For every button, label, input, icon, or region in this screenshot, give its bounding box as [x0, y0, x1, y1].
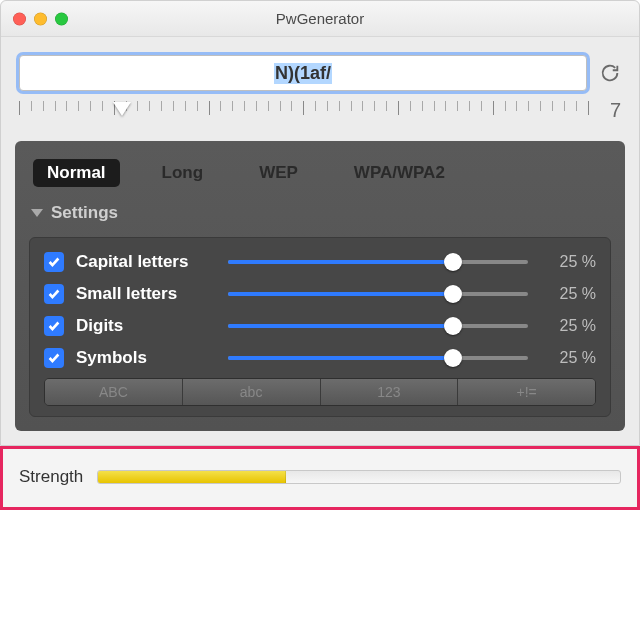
option-label: Symbols — [76, 348, 216, 368]
slider-small-letters[interactable] — [228, 284, 528, 304]
settings-label: Settings — [51, 203, 118, 223]
percent-value: 25 % — [540, 285, 596, 303]
length-value: 7 — [603, 99, 621, 122]
close-icon[interactable] — [13, 12, 26, 25]
slider-thumb[interactable] — [444, 285, 462, 303]
strength-fill — [98, 471, 286, 483]
checkbox-digits[interactable] — [44, 316, 64, 336]
option-capital-letters: Capital letters 25 % — [44, 252, 596, 272]
slider-digits[interactable] — [228, 316, 528, 336]
option-label: Capital letters — [76, 252, 216, 272]
mode-tabs: Normal Long WEP WPA/WPA2 — [33, 159, 607, 187]
minimize-icon[interactable] — [34, 12, 47, 25]
password-row: N)(1af/ — [1, 37, 639, 97]
slider-thumb[interactable] — [444, 317, 462, 335]
check-icon — [47, 319, 61, 333]
segment-lowercase[interactable]: abc — [183, 379, 321, 405]
segment-symbols[interactable]: +!= — [458, 379, 595, 405]
slider-thumb[interactable] — [444, 253, 462, 271]
option-symbols: Symbols 25 % — [44, 348, 596, 368]
strength-row: Strength — [0, 446, 640, 510]
refresh-icon — [599, 62, 621, 84]
length-row: 7 — [1, 97, 639, 141]
percent-value: 25 % — [540, 317, 596, 335]
char-preview-segments: ABC abc 123 +!= — [44, 378, 596, 406]
percent-value: 25 % — [540, 349, 596, 367]
segment-digits[interactable]: 123 — [321, 379, 459, 405]
settings-panel: Normal Long WEP WPA/WPA2 Settings Capita… — [15, 141, 625, 431]
percent-value: 25 % — [540, 253, 596, 271]
strength-label: Strength — [19, 467, 83, 487]
length-thumb[interactable] — [113, 102, 131, 116]
checkbox-capital-letters[interactable] — [44, 252, 64, 272]
zoom-icon[interactable] — [55, 12, 68, 25]
checkbox-small-letters[interactable] — [44, 284, 64, 304]
slider-thumb[interactable] — [444, 349, 462, 367]
option-digits: Digits 25 % — [44, 316, 596, 336]
option-label: Digits — [76, 316, 216, 336]
window-title: PwGenerator — [1, 10, 639, 27]
length-ticks — [19, 101, 589, 115]
tab-normal[interactable]: Normal — [33, 159, 120, 187]
check-icon — [47, 351, 61, 365]
disclosure-triangle-icon — [31, 209, 43, 217]
password-value: N)(1af/ — [274, 63, 332, 84]
option-label: Small letters — [76, 284, 216, 304]
password-output[interactable]: N)(1af/ — [19, 55, 587, 91]
tab-long[interactable]: Long — [148, 159, 218, 187]
slider-symbols[interactable] — [228, 348, 528, 368]
length-slider[interactable] — [19, 97, 589, 123]
titlebar: PwGenerator — [1, 1, 639, 37]
check-icon — [47, 287, 61, 301]
window-controls — [13, 12, 68, 25]
checkbox-symbols[interactable] — [44, 348, 64, 368]
strength-meter — [97, 470, 621, 484]
tab-wpa[interactable]: WPA/WPA2 — [340, 159, 459, 187]
tab-wep[interactable]: WEP — [245, 159, 312, 187]
options-group: Capital letters 25 % Small letters 25 % — [29, 237, 611, 417]
regenerate-button[interactable] — [599, 62, 621, 84]
app-window: PwGenerator N)(1af/ 7 Normal Long WEP WP… — [0, 0, 640, 446]
check-icon — [47, 255, 61, 269]
segment-uppercase[interactable]: ABC — [45, 379, 183, 405]
settings-disclosure[interactable]: Settings — [31, 203, 609, 223]
option-small-letters: Small letters 25 % — [44, 284, 596, 304]
slider-capital-letters[interactable] — [228, 252, 528, 272]
